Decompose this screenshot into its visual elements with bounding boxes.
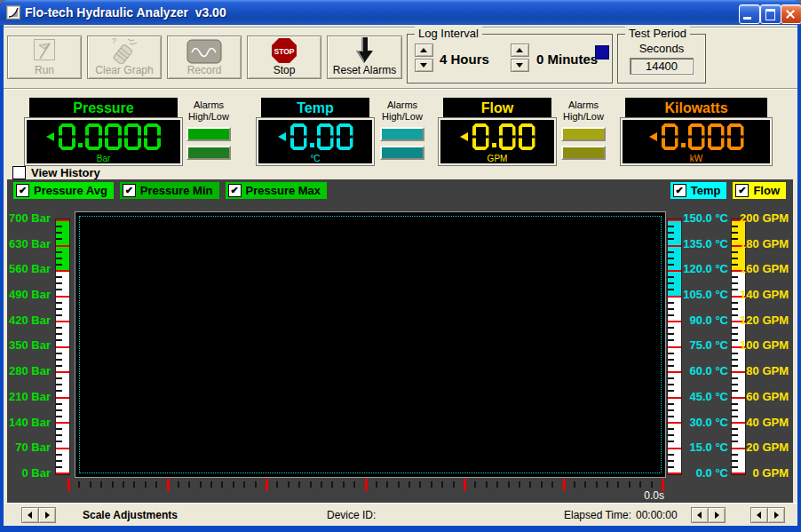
minor-tick <box>56 289 62 290</box>
minor-tick <box>668 238 674 240</box>
axis-label: 490 Bar <box>2 288 51 302</box>
decimal-point <box>492 143 496 147</box>
minor-tick <box>651 481 653 488</box>
axis-label: 280 Bar <box>2 364 51 378</box>
minor-tick <box>541 481 543 488</box>
series-toggle-checkbox[interactable]: ✔ <box>123 184 136 197</box>
axis-label: 350 Bar <box>2 338 51 353</box>
flow-low-alarm-led <box>561 146 606 160</box>
pressure-scale-bar[interactable] <box>55 218 70 475</box>
kilowatts-readout: kW <box>621 118 772 165</box>
axis-label: 560 Bar <box>2 262 51 276</box>
series-toggle[interactable]: ✔Pressure Avg <box>13 182 114 199</box>
titlebar[interactable]: Flo-tech Hydraulic Analyzer v3.00 <box>0 0 801 25</box>
minor-tick <box>668 377 674 379</box>
minor-tick <box>496 481 498 488</box>
flow-unit-label: GPM <box>440 154 554 163</box>
chart-curve-icon <box>6 5 20 20</box>
clear-graph-button[interactable]: ? Clear Graph <box>87 36 162 79</box>
series-toggle-label: Pressure Min <box>140 184 213 197</box>
alarms-label: Alarms <box>377 99 428 111</box>
minor-tick <box>210 481 212 488</box>
segment-digit <box>472 123 489 150</box>
series-toggle-checkbox[interactable]: ✔ <box>16 184 29 197</box>
reset-alarms-label: Reset Alarms <box>333 64 396 76</box>
pressure-low-alarm-led <box>186 146 231 160</box>
hours-down-button[interactable] <box>415 59 433 72</box>
minor-tick <box>584 481 586 488</box>
seconds-label: Seconds <box>618 42 705 55</box>
statusbar: Scale Adjustments Device ID: Elapsed Tim… <box>4 503 797 526</box>
minor-tick <box>668 460 674 462</box>
series-toggle-checkbox[interactable]: ✔ <box>735 184 749 197</box>
minor-tick <box>56 384 62 385</box>
test-period-value-field[interactable]: 14400 <box>630 58 694 75</box>
eraser-icon: ? <box>107 36 142 64</box>
series-toggle-checkbox[interactable]: ✔ <box>228 184 242 197</box>
minutes-down-button[interactable] <box>511 59 529 72</box>
minor-tick <box>56 460 62 462</box>
record-button[interactable]: Record <box>167 36 242 79</box>
hours-spinner <box>415 44 432 68</box>
axis-label: 105.0 °C <box>677 288 728 302</box>
minor-tick <box>668 403 674 405</box>
scale-scroll-left-button[interactable] <box>21 507 39 523</box>
minor-tick <box>178 481 179 488</box>
time-scroll-left-button[interactable] <box>691 507 709 523</box>
minutes-up-button[interactable] <box>511 44 529 57</box>
minor-tick <box>668 258 674 259</box>
graph-scroll-left-button[interactable] <box>750 507 768 523</box>
minimize-button[interactable] <box>739 4 760 24</box>
minor-tick <box>56 226 62 227</box>
axis-label: 140 GPM <box>734 288 789 302</box>
alarms-highlow-label: High/Low <box>377 111 428 123</box>
segment-digit <box>708 123 725 150</box>
time-scroll-right-button[interactable] <box>708 507 726 523</box>
major-tick <box>56 245 69 247</box>
segment-digit <box>85 123 102 150</box>
minor-tick <box>617 481 619 488</box>
major-tick <box>56 346 69 348</box>
series-toggle[interactable]: ✔Pressure Max <box>226 182 328 199</box>
kilowatts-title: Kilowatts <box>625 98 767 118</box>
series-toggle[interactable]: ✔Pressure Min <box>120 182 219 199</box>
view-history-checkbox[interactable] <box>12 166 26 179</box>
segment-digit <box>499 123 516 150</box>
indicator-arrow-icon <box>649 132 657 141</box>
pressure-axis-labels: 700 Bar630 Bar560 Bar490 Bar420 Bar350 B… <box>2 211 51 480</box>
minor-tick <box>56 333 62 335</box>
series-toggle[interactable]: ✔Flow <box>733 182 786 199</box>
major-tick <box>56 448 69 449</box>
minor-tick <box>508 481 510 488</box>
stop-button[interactable]: STOP Stop <box>247 36 321 79</box>
minor-tick <box>56 416 62 417</box>
temp-display: Temp °C <box>257 98 374 165</box>
minor-tick <box>56 365 62 367</box>
log-indicator-square <box>595 45 609 60</box>
minor-tick <box>431 481 432 488</box>
minor-tick <box>56 276 62 278</box>
major-tick <box>56 371 69 373</box>
axis-label: 15.0 °C <box>677 441 728 455</box>
close-button[interactable] <box>781 4 801 24</box>
minor-tick <box>233 481 234 488</box>
axis-label: 210 Bar <box>2 390 51 404</box>
minor-tick <box>408 481 410 488</box>
minor-tick <box>668 409 674 411</box>
flow-alarms: Alarms High/Low <box>558 99 609 160</box>
segment-digit <box>519 123 535 150</box>
series-toggle-checkbox[interactable]: ✔ <box>673 184 686 197</box>
scale-scroll-right-button[interactable] <box>38 507 56 523</box>
reset-alarms-button[interactable]: Reset Alarms <box>327 36 402 79</box>
graph-scroll-right-button[interactable] <box>767 507 785 523</box>
hours-up-button[interactable] <box>415 44 433 57</box>
run-button[interactable]: Run <box>7 36 82 79</box>
series-toggle[interactable]: ✔Temp <box>670 182 727 199</box>
maximize-button[interactable] <box>760 4 781 24</box>
temp-unit-label: °C <box>258 154 372 163</box>
device-id-label: Device ID: <box>327 509 376 521</box>
alarms-label: Alarms <box>183 99 234 111</box>
svg-text:?: ? <box>112 36 116 45</box>
minor-tick <box>668 353 674 354</box>
minor-tick <box>56 339 62 341</box>
